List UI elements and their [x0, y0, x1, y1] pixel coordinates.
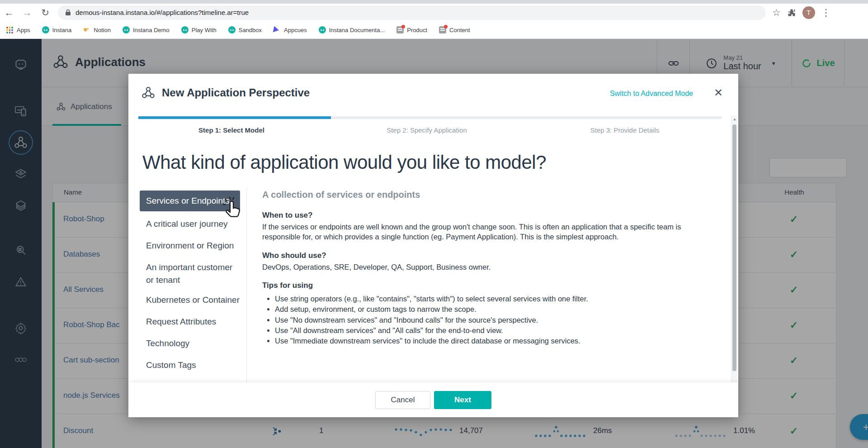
option-request-attributes[interactable]: Request Attributes [140, 315, 240, 328]
tip-item: Use "No downstream services" and "Inboun… [275, 315, 721, 325]
instana-favicon [42, 26, 49, 33]
bookmark-star-icon[interactable]: ☆ [772, 7, 781, 18]
wizard-progress-track [138, 116, 722, 119]
lock-icon [65, 9, 71, 16]
profile-avatar[interactable]: T [802, 6, 815, 19]
instana-favicon [228, 26, 236, 33]
modal-title: New Application Perspective [162, 86, 310, 99]
bookmarks-bar: Apps Instana ☛ Notion Instana Demo Play … [0, 21, 868, 39]
when-to-use-heading: When to use? [262, 211, 721, 220]
bookmark-label: Instana [52, 27, 72, 33]
apps-button[interactable]: Apps [6, 27, 30, 33]
notion-favicon: ☛ [83, 26, 90, 33]
bookmark-label: Instana Demo [133, 27, 170, 33]
url-text[interactable]: demous-instana.instana.io/#/applications… [75, 9, 249, 16]
application-perspective-icon [141, 86, 156, 100]
step-2-label: Step 2: Specify Application [387, 126, 467, 134]
tips-heading: Tips for using [262, 281, 721, 290]
close-icon[interactable]: ✕ [714, 86, 723, 99]
bookmark-label: Content [449, 27, 470, 33]
bookmark-label: Instana Documenta... [329, 27, 385, 33]
option-environment-or-region[interactable]: Environment or Region [140, 239, 240, 252]
bookmark-label: Sandbox [239, 27, 262, 33]
address-bar[interactable]: demous-instana.instana.io/#/applications… [58, 5, 766, 20]
option-critical-user-journey[interactable]: A critical user journey [140, 218, 240, 230]
forward-icon[interactable]: → [18, 7, 36, 18]
option-technology[interactable]: Technology [140, 337, 240, 350]
bookmark-notion[interactable]: ☛ Notion [83, 26, 111, 33]
option-kubernetes-or-container[interactable]: Kubernetes or Container [140, 294, 240, 306]
step-1-label: Step 1: Select Model [198, 126, 264, 134]
next-button[interactable]: Next [434, 391, 491, 409]
screen: ← → ↻ demous-instana.instana.io/#/applic… [0, 0, 868, 448]
bookmark-play-with[interactable]: Play With [181, 26, 217, 33]
extensions-icon[interactable] [787, 8, 796, 17]
scrollbar-up-icon[interactable]: ▲ [731, 115, 738, 121]
bookmark-instana-demo[interactable]: Instana Demo [123, 26, 170, 33]
who-should-use-body: DevOps, Operations, SRE, Developer, QA, … [262, 262, 721, 272]
step-3-label: Step 3: Provide Details [590, 126, 660, 134]
instana-favicon [319, 26, 326, 33]
instana-favicon [181, 26, 189, 33]
option-detail-panel: A collection of services or endpoints Wh… [262, 190, 721, 347]
toolbar-right: ☆ T ⋮ [772, 6, 831, 19]
appcues-favicon [273, 26, 282, 33]
content-favicon [439, 26, 446, 33]
option-services-or-endpoints[interactable]: Services or Endpoints [140, 191, 240, 211]
tip-item: Use "Immediate downstream services" to i… [275, 336, 721, 346]
tips-list: Use string operators (e.g., like "contai… [262, 294, 721, 346]
bookmark-instana-documentation[interactable]: Instana Documenta... [319, 26, 385, 33]
bookmark-content[interactable]: Content [439, 26, 470, 33]
apps-label: Apps [17, 27, 30, 33]
cancel-button[interactable]: Cancel [375, 391, 430, 409]
option-important-customer-or-tenant[interactable]: An important customer or tenant [140, 261, 240, 286]
browser-toolbar: ← → ↻ demous-instana.instana.io/#/applic… [0, 4, 868, 21]
back-icon[interactable]: ← [0, 7, 18, 18]
bookmark-instana[interactable]: Instana [42, 26, 72, 33]
list-divider [246, 188, 247, 385]
apps-grid-icon [6, 27, 14, 33]
refresh-icon[interactable]: ↻ [36, 7, 54, 18]
bookmark-label: Appcues [284, 27, 307, 33]
scrollbar-thumb[interactable] [732, 124, 736, 371]
product-favicon [396, 26, 404, 33]
bookmark-sandbox[interactable]: Sandbox [228, 26, 262, 33]
window-top-strip [0, 0, 868, 4]
when-to-use-body: If the services or endpoints are well kn… [262, 222, 721, 242]
modal-scrollbar[interactable]: ▲ [731, 115, 737, 382]
bookmark-appcues[interactable]: Appcues [274, 27, 307, 33]
modal-heading: What kind of application would you like … [142, 152, 546, 173]
option-custom-tags[interactable]: Custom Tags [140, 359, 240, 372]
instana-favicon [123, 26, 130, 33]
tip-item: Use "All downstream services" and "All c… [275, 326, 721, 335]
model-option-list: Services or Endpoints A critical user jo… [140, 191, 240, 381]
new-application-perspective-modal: New Application Perspective Switch to Ad… [128, 74, 738, 417]
modal-footer: Cancel Next [128, 382, 738, 417]
bookmark-product[interactable]: Product [396, 26, 427, 33]
detail-title: A collection of services or endpoints [262, 190, 721, 200]
switch-to-advanced-mode-link[interactable]: Switch to Advanced Mode [610, 90, 693, 98]
browser-menu-icon[interactable]: ⋮ [821, 7, 831, 18]
who-should-use-heading: Who should use? [262, 251, 721, 260]
bookmark-label: Product [407, 27, 427, 33]
tip-item: Use string operators (e.g., like "contai… [275, 294, 721, 304]
tip-item: Add setup, environment, or custom tags t… [275, 305, 721, 314]
wizard-progress-fill [138, 116, 331, 119]
bookmark-label: Notion [94, 27, 111, 33]
bookmark-label: Play With [192, 27, 217, 33]
